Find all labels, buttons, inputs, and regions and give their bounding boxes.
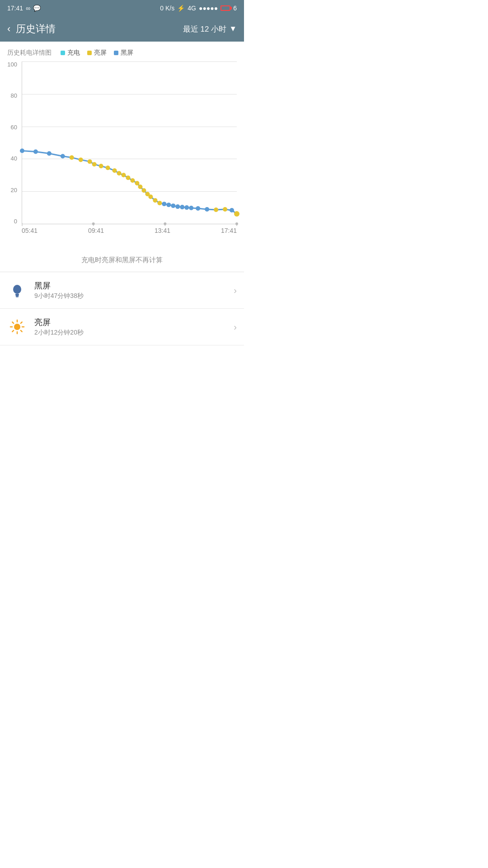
y-axis-labels: 100 80 60 40 20 0: [0, 61, 20, 224]
screen-off-text: 黑屏 9小时47分钟38秒: [34, 280, 226, 300]
legend-charging: 充电: [61, 49, 80, 57]
svg-point-7: [117, 171, 122, 175]
svg-point-10: [130, 178, 135, 183]
svg-point-8: [122, 173, 126, 177]
screen-off-arrow: ›: [234, 285, 237, 296]
svg-point-13: [141, 188, 146, 193]
chart-area: [22, 61, 237, 224]
svg-rect-45: [16, 297, 19, 297]
svg-line-54: [12, 330, 14, 332]
svg-point-9: [126, 175, 131, 180]
svg-point-26: [166, 203, 171, 207]
screenon-label: 亮屏: [94, 49, 107, 57]
charging-dot: [61, 51, 65, 55]
x-label-1741: 17:41: [221, 227, 237, 234]
chart-wrapper: 100 80 60 40 20 0: [0, 61, 244, 251]
svg-point-5: [106, 165, 110, 170]
status-time: 17:41: [7, 5, 23, 12]
y-label-0: 0: [0, 218, 20, 224]
screenoff-dot: [114, 51, 118, 55]
svg-point-40: [164, 222, 166, 225]
header: ‹ 历史详情 最近 12 小时 ▼: [0, 16, 244, 42]
y-label-100: 100: [0, 61, 20, 67]
y-label-20: 20: [0, 187, 20, 193]
svg-point-12: [138, 184, 142, 189]
svg-line-53: [21, 322, 22, 323]
svg-point-27: [171, 203, 175, 208]
svg-point-1: [79, 157, 83, 162]
battery-chart-svg: [22, 61, 237, 224]
svg-point-42: [13, 285, 21, 294]
list-item-screen-on[interactable]: 亮屏 2小时12分钟20秒 ›: [0, 309, 244, 345]
svg-point-6: [113, 168, 117, 173]
legend-screen-off: 黑屏: [114, 49, 133, 57]
battery-icon: [221, 5, 230, 11]
svg-point-11: [135, 181, 139, 185]
svg-point-41: [235, 222, 238, 225]
svg-rect-44: [16, 295, 19, 297]
x-axis-labels: 05:41 09:41 13:41 17:41: [22, 224, 237, 234]
charging-label: 充电: [67, 49, 80, 57]
legend-screen-on: 亮屏: [87, 49, 107, 57]
header-left: ‹ 历史详情: [7, 22, 56, 36]
back-button[interactable]: ‹: [7, 23, 10, 35]
svg-point-21: [20, 148, 24, 153]
svg-point-28: [175, 204, 180, 209]
y-label-60: 60: [0, 124, 20, 130]
svg-point-0: [70, 155, 74, 160]
screen-on-text: 亮屏 2小时12分钟20秒: [34, 317, 226, 337]
status-battery-num: 6: [233, 5, 237, 12]
svg-point-17: [157, 201, 162, 205]
dropdown-icon: ▼: [229, 24, 237, 33]
y-label-40: 40: [0, 156, 20, 161]
svg-point-31: [189, 206, 193, 210]
svg-point-34: [230, 208, 234, 212]
page-title: 历史详情: [16, 22, 56, 36]
filter-label: 最近 12 小时: [183, 24, 226, 34]
chart-note: 充电时亮屏和黑屏不再计算: [0, 251, 244, 272]
status-chat-icon: 💬: [33, 5, 41, 12]
status-signal: 0 K/s: [160, 5, 174, 12]
screen-on-title: 亮屏: [34, 317, 226, 328]
svg-point-4: [99, 164, 103, 168]
chart-legend: 历史耗电详情图 充电 亮屏 黑屏: [0, 49, 244, 61]
status-left: 17:41 ∞ 💬: [7, 5, 41, 12]
status-bar: 17:41 ∞ 💬 0 K/s ⚡ 4G ●●●●● 6: [0, 0, 244, 16]
svg-point-24: [61, 154, 65, 158]
screen-on-sub: 2小时12分钟20秒: [34, 329, 226, 337]
x-label-0541: 05:41: [22, 227, 38, 234]
list-item-screen-off[interactable]: 黑屏 9小时47分钟38秒 ›: [0, 272, 244, 309]
status-dots: ●●●●●: [199, 5, 218, 12]
screenon-dot: [87, 51, 92, 55]
chart-section: 历史耗电详情图 充电 亮屏 黑屏 100 80 60 40 20 0: [0, 42, 244, 272]
svg-point-30: [184, 205, 189, 210]
svg-point-33: [205, 207, 209, 212]
svg-point-19: [223, 207, 227, 212]
svg-point-15: [148, 194, 153, 199]
svg-point-39: [92, 222, 95, 225]
svg-point-20: [234, 211, 239, 217]
svg-line-51: [12, 322, 14, 323]
header-filter[interactable]: 最近 12 小时 ▼: [183, 24, 237, 34]
svg-point-32: [196, 206, 200, 211]
status-right: 0 K/s ⚡ 4G ●●●●● 6: [160, 5, 237, 12]
svg-point-25: [162, 202, 166, 206]
svg-point-16: [153, 198, 157, 203]
svg-point-22: [33, 149, 38, 154]
status-bluetooth: ⚡: [177, 5, 185, 12]
screen-on-arrow: ›: [234, 322, 237, 332]
svg-point-46: [14, 324, 20, 330]
status-network: 4G: [188, 5, 196, 12]
svg-point-2: [88, 159, 92, 164]
screen-off-sub: 9小时47分钟38秒: [34, 292, 226, 300]
x-label-1341: 13:41: [155, 227, 170, 234]
svg-rect-43: [15, 294, 19, 295]
y-label-80: 80: [0, 93, 20, 99]
svg-line-52: [21, 330, 22, 332]
x-label-0941: 09:41: [88, 227, 104, 234]
legend-title: 历史耗电详情图: [7, 49, 52, 57]
svg-point-23: [47, 151, 52, 156]
list-section: 黑屏 9小时47分钟38秒 › 亮屏 2小时12分钟20秒 ›: [0, 272, 244, 345]
status-infinity: ∞: [26, 5, 30, 12]
svg-point-29: [180, 205, 184, 209]
